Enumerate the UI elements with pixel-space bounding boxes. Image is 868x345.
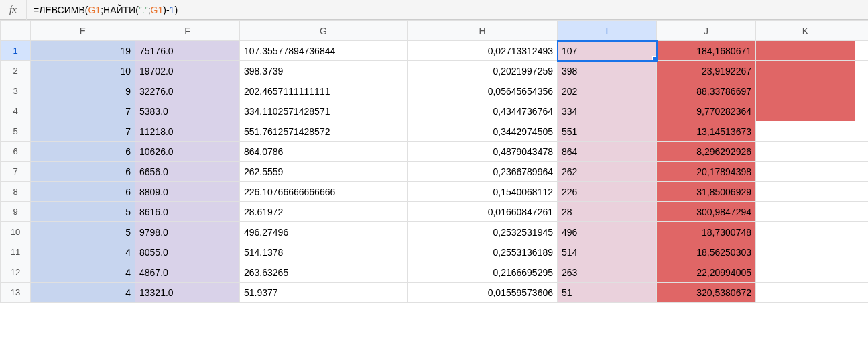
cell[interactable] [756, 222, 855, 242]
cell[interactable]: 51.9377 [240, 283, 408, 303]
cell[interactable] [756, 262, 855, 283]
cell[interactable]: 263 [558, 262, 657, 283]
cell[interactable]: 262.5559 [240, 162, 408, 182]
cell[interactable]: 28 [558, 202, 657, 222]
cell[interactable]: 8,296292926 [657, 142, 756, 162]
row-header[interactable]: 7 [1, 162, 31, 182]
cell[interactable]: 262 [558, 162, 657, 182]
cell[interactable]: 0,01559573606 [408, 283, 558, 303]
cell[interactable] [756, 162, 855, 182]
cell[interactable]: 9798.0 [135, 222, 240, 242]
cell[interactable] [756, 101, 855, 121]
cell[interactable]: 0,2166695295 [408, 262, 558, 283]
cell[interactable] [756, 142, 855, 162]
col-header-G[interactable]: G [240, 21, 408, 41]
cell[interactable]: 0,2366789964 [408, 162, 558, 182]
col-header-I[interactable]: I [558, 21, 657, 41]
cell[interactable]: 13,14513673 [657, 121, 756, 142]
cell[interactable]: 0,01660847261 [408, 202, 558, 222]
cell[interactable]: 13321.0 [135, 283, 240, 303]
col-header-J[interactable]: J [657, 21, 756, 41]
cell[interactable] [855, 101, 869, 121]
cell[interactable]: 6656.0 [135, 162, 240, 182]
cell[interactable]: 496.27496 [240, 222, 408, 242]
row-header[interactable]: 6 [1, 142, 31, 162]
cell[interactable]: 226.10766666666666 [240, 182, 408, 202]
cell[interactable]: 0,2553136189 [408, 242, 558, 262]
cell[interactable]: 75176.0 [135, 41, 240, 61]
col-header-E[interactable]: E [31, 21, 135, 41]
cell[interactable]: 19 [31, 41, 135, 61]
cell[interactable]: 551 [558, 121, 657, 142]
cell[interactable] [756, 242, 855, 262]
cell[interactable] [855, 162, 869, 182]
col-header-extra[interactable] [855, 21, 869, 41]
cell[interactable]: 514 [558, 242, 657, 262]
cell[interactable]: 8616.0 [135, 202, 240, 222]
cell[interactable]: 0,3442974505 [408, 121, 558, 142]
cell[interactable]: 0,2021997259 [408, 61, 558, 81]
cell[interactable]: 107.35577894736844 [240, 41, 408, 61]
cell[interactable]: 88,33786697 [657, 81, 756, 101]
cell[interactable]: 5383.0 [135, 101, 240, 121]
col-header-F[interactable]: F [135, 21, 240, 41]
row-header[interactable]: 3 [1, 81, 31, 101]
cell[interactable]: 0,05645654356 [408, 81, 558, 101]
cell[interactable]: 10626.0 [135, 142, 240, 162]
cell[interactable]: 334 [558, 101, 657, 121]
cell[interactable]: 9 [31, 81, 135, 101]
cell[interactable]: 864.0786 [240, 142, 408, 162]
cell[interactable] [855, 262, 869, 283]
cell[interactable]: 9,770282364 [657, 101, 756, 121]
cell[interactable]: 4 [31, 283, 135, 303]
cell[interactable]: 31,85006929 [657, 182, 756, 202]
col-header-K[interactable]: K [756, 21, 855, 41]
cell[interactable] [855, 283, 869, 303]
cell[interactable] [756, 182, 855, 202]
row-header[interactable]: 9 [1, 202, 31, 222]
cell[interactable] [756, 202, 855, 222]
cell[interactable] [855, 182, 869, 202]
cell[interactable] [756, 41, 855, 61]
row-header[interactable]: 5 [1, 121, 31, 142]
cell[interactable]: 7 [31, 121, 135, 142]
cell[interactable] [756, 81, 855, 101]
cell[interactable]: 0,4344736764 [408, 101, 558, 121]
row-header[interactable]: 12 [1, 262, 31, 283]
fx-icon[interactable]: fx [0, 0, 27, 20]
cell[interactable]: 0,1540068112 [408, 182, 558, 202]
cell[interactable]: 32276.0 [135, 81, 240, 101]
cell[interactable]: 18,7300748 [657, 222, 756, 242]
cell[interactable] [855, 61, 869, 81]
row-header[interactable]: 2 [1, 61, 31, 81]
cell[interactable]: 107 [558, 41, 657, 61]
cell[interactable]: 8055.0 [135, 242, 240, 262]
select-all-corner[interactable] [1, 21, 31, 41]
row-header[interactable]: 11 [1, 242, 31, 262]
row-header[interactable]: 10 [1, 222, 31, 242]
formula-input[interactable]: =ЛЕВСИМВ(G1;НАЙТИ(".";G1)-1) [27, 5, 868, 15]
spreadsheet-grid[interactable]: E F G H I J K 11975176.0107.355778947368… [0, 20, 868, 303]
cell[interactable] [756, 61, 855, 81]
cell[interactable]: 496 [558, 222, 657, 242]
row-header[interactable]: 8 [1, 182, 31, 202]
cell[interactable] [855, 81, 869, 101]
row-header[interactable]: 13 [1, 283, 31, 303]
row-header[interactable]: 1 [1, 41, 31, 61]
cell[interactable]: 320,5380672 [657, 283, 756, 303]
cell[interactable]: 6 [31, 182, 135, 202]
cell[interactable]: 8809.0 [135, 182, 240, 202]
cell[interactable] [855, 41, 869, 61]
cell[interactable]: 4867.0 [135, 262, 240, 283]
cell[interactable]: 19702.0 [135, 61, 240, 81]
cell[interactable]: 514.1378 [240, 242, 408, 262]
cell[interactable]: 551.7612571428572 [240, 121, 408, 142]
cell[interactable] [756, 283, 855, 303]
cell[interactable]: 28.61972 [240, 202, 408, 222]
cell[interactable]: 202.4657111111111 [240, 81, 408, 101]
cell[interactable]: 202 [558, 81, 657, 101]
cell[interactable]: 7 [31, 101, 135, 121]
cell[interactable]: 184,1680671 [657, 41, 756, 61]
cell[interactable]: 5 [31, 202, 135, 222]
cell[interactable]: 11218.0 [135, 121, 240, 142]
